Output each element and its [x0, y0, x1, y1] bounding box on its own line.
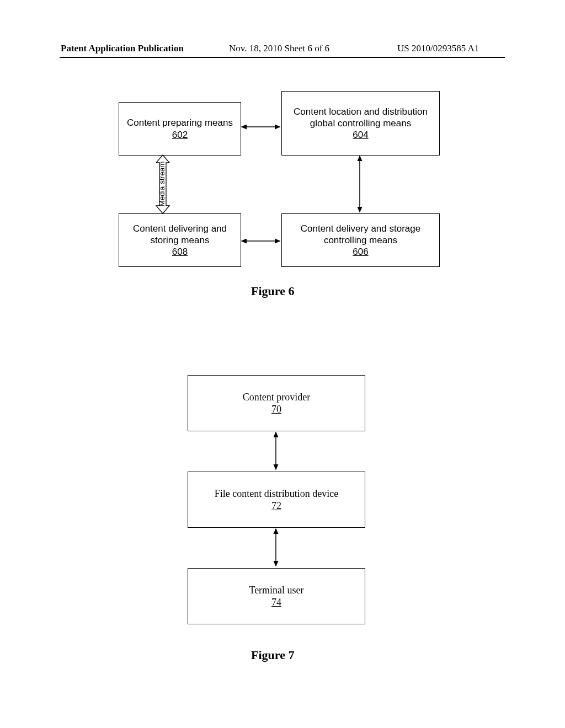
box-608: Content delivering and storing means 608	[119, 213, 241, 267]
media-stream-label: Media stream	[158, 161, 167, 206]
box-72-label: File content distribution device	[215, 488, 338, 500]
box-72-ref: 72	[271, 500, 281, 512]
arrow-608-606	[240, 235, 281, 247]
box-606: Content delivery and storage controlling…	[281, 213, 440, 267]
arrow-72-74	[270, 527, 281, 568]
box-606-label: Content delivery and storage controlling…	[282, 223, 439, 247]
box-74: Terminal user 74	[188, 568, 365, 624]
figure-7: Content provider 70 File content distrib…	[177, 375, 386, 662]
box-602: Content preparing means 602	[119, 102, 241, 156]
header-right: US 2010/0293585 A1	[397, 43, 479, 54]
figure-7-caption: Figure 7	[251, 648, 294, 662]
box-604: Content location and distribution global…	[281, 91, 440, 156]
arrow-604-606	[354, 154, 365, 213]
box-70-label: Content provider	[243, 391, 310, 404]
header-left: Patent Application Publication	[61, 43, 184, 54]
figure-6-caption: Figure 6	[251, 284, 294, 298]
box-602-ref: 602	[172, 129, 188, 141]
box-72: File content distribution device 72	[188, 472, 365, 528]
box-70: Content provider 70	[188, 375, 365, 431]
box-70-ref: 70	[271, 403, 281, 416]
box-74-label: Terminal user	[249, 584, 303, 597]
box-608-label: Content delivering and storing means	[119, 223, 241, 247]
box-606-ref: 606	[353, 246, 368, 258]
box-602-label: Content preparing means	[127, 117, 233, 129]
box-608-ref: 608	[172, 246, 188, 258]
arrow-70-72	[270, 430, 281, 472]
header-rule	[60, 57, 505, 58]
figure-6: Content preparing means 602 Content loca…	[108, 91, 466, 295]
arrow-602-604	[240, 121, 281, 132]
header-center: Nov. 18, 2010 Sheet 6 of 6	[229, 43, 329, 54]
box-604-label: Content location and distribution global…	[282, 106, 439, 130]
box-74-ref: 74	[271, 596, 281, 609]
media-stream-label-wrap: Media stream	[151, 154, 173, 213]
box-604-ref: 604	[353, 129, 368, 141]
